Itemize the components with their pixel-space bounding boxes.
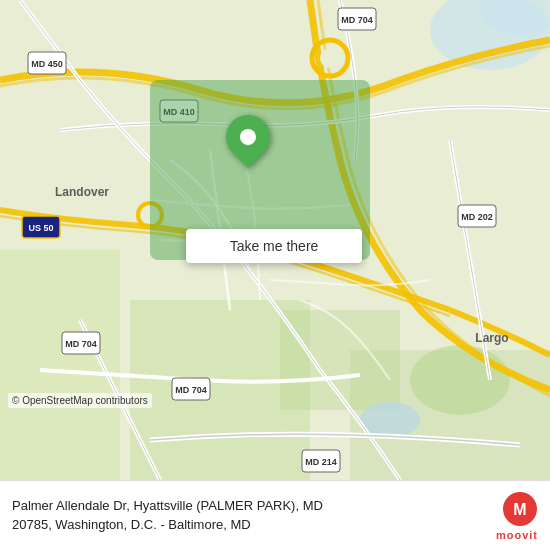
svg-text:Largo: Largo	[475, 331, 508, 345]
svg-text:M: M	[513, 501, 526, 518]
svg-text:Landover: Landover	[55, 185, 109, 199]
svg-point-10	[320, 48, 340, 68]
moovit-logo-icon: M	[502, 491, 538, 527]
pin-inner-dot	[240, 129, 256, 145]
address-container: Palmer Allendale Dr, Hyattsville (PALMER…	[12, 497, 488, 533]
svg-text:MD 202: MD 202	[461, 212, 493, 222]
svg-text:MD 704: MD 704	[65, 339, 97, 349]
address-line2: 20785, Washington, D.C. - Baltimore, MD	[12, 517, 251, 532]
svg-text:MD 450: MD 450	[31, 59, 63, 69]
location-pin	[226, 115, 270, 159]
moovit-logo: M moovit	[496, 491, 538, 541]
moovit-label: moovit	[496, 529, 538, 541]
svg-text:MD 704: MD 704	[341, 15, 373, 25]
take-me-there-button[interactable]: Take me there	[186, 229, 362, 263]
svg-text:MD 214: MD 214	[305, 457, 337, 467]
osm-attribution: © OpenStreetMap contributors	[8, 393, 152, 408]
pin-icon	[217, 106, 279, 168]
bottom-info-bar: Palmer Allendale Dr, Hyattsville (PALMER…	[0, 480, 550, 550]
svg-text:US 50: US 50	[28, 223, 53, 233]
address-line1: Palmer Allendale Dr, Hyattsville (PALMER…	[12, 498, 323, 513]
svg-text:MD 704: MD 704	[175, 385, 207, 395]
svg-point-4	[410, 345, 510, 415]
map-container[interactable]: MD 450 MD 410 MD 704 MD 704 MD 704 US 50…	[0, 0, 550, 480]
